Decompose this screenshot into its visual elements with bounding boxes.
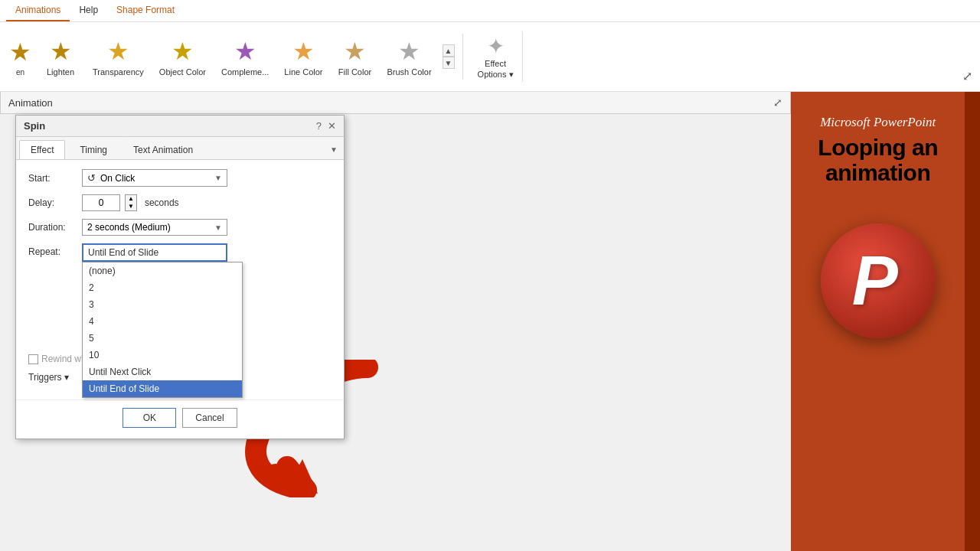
duration-select[interactable]: 2 seconds (Medium) ▼ [82, 219, 227, 236]
animation-pane-header: Animation ⤢ [0, 92, 791, 114]
duration-label: Duration: [28, 222, 82, 233]
rewind-checkbox[interactable] [28, 354, 38, 364]
right-panel: Microsoft PowerPoint Looping an animatio… [791, 92, 965, 551]
line-color-label: Line Color [284, 67, 322, 77]
dropdown-item-5[interactable]: 5 [83, 330, 242, 347]
tab-dropdown-arrow: ▼ [330, 145, 338, 154]
ppt-logo-letter: P [852, 242, 898, 321]
scroll-up-button[interactable]: ▲ [443, 44, 455, 57]
triggers-button[interactable]: Triggers ▾ [28, 372, 69, 383]
tab-extra-dropdown: ▼ [324, 140, 344, 159]
ribbon-content: ★ en ★ Lighten ★ Transparency ★ Object C… [0, 22, 980, 91]
repeat-value: Until End of Slide [88, 247, 158, 258]
dialog-close-button[interactable]: ✕ [328, 120, 336, 132]
start-row: Start: ↺ On Click ▼ [28, 169, 332, 187]
dropdown-item-4[interactable]: 4 [83, 313, 242, 330]
ribbon-tab-bar: Animations Help Shape Format [0, 0, 980, 22]
title-line2: animation [818, 160, 938, 185]
ribbon-item-transparency[interactable]: ★ Transparency [87, 34, 150, 80]
brand-area: Microsoft PowerPoint Looping an animatio… [818, 107, 938, 201]
spin-dialog-title: Spin [24, 120, 45, 132]
repeat-input[interactable]: Until End of Slide [82, 243, 227, 262]
dropdown-item-until-next-click[interactable]: Until Next Click [83, 364, 242, 380]
scroll-down-button[interactable]: ▼ [443, 57, 455, 69]
dialog-help-button[interactable]: ? [316, 120, 322, 132]
expand-ribbon-button[interactable]: ⤢ [961, 67, 974, 85]
ribbon-scroll: ▲ ▼ [443, 44, 455, 69]
main-area: Animation ⤢ Spin ? ✕ Effect Timing Text … [0, 92, 980, 551]
title-line1: Looping an [818, 135, 938, 160]
brand-ms-text: Microsoft PowerPoint [818, 115, 938, 130]
dialog-tabs: Effect Timing Text Animation ▼ [16, 137, 344, 160]
spin-dialog-titlebar: Spin ? ✕ [16, 116, 344, 137]
ribbon-item-object-color[interactable]: ★ Object Color [153, 34, 212, 80]
ribbon: Animations Help Shape Format ★ en ★ Ligh… [0, 0, 980, 92]
tab-animations[interactable]: Animations [6, 0, 70, 21]
fill-color-star-icon: ★ [344, 37, 366, 66]
ribbon-item-brush-color[interactable]: ★ Brush Color [381, 34, 437, 80]
delay-spinner-up[interactable]: ▲ [126, 195, 136, 203]
start-icon: ↺ [87, 172, 96, 184]
tab-text-animation[interactable]: Text Animation [122, 140, 204, 159]
dialog-body: Start: ↺ On Click ▼ Delay: ▲ ▼ [16, 160, 344, 399]
repeat-area: Until End of Slide (none) 2 3 4 5 10 Unt… [82, 243, 227, 262]
complement-label: Compleme... [221, 67, 269, 77]
transparency-star-icon: ★ [107, 37, 129, 66]
repeat-label: Repeat: [28, 243, 82, 257]
delay-spinner: ▲ ▼ [125, 194, 137, 211]
fill-color-label: Fill Color [338, 67, 371, 77]
ribbon-item-line-color[interactable]: ★ Line Color [278, 34, 328, 80]
dialog-footer: OK Cancel [16, 399, 344, 439]
dropdown-item-2[interactable]: 2 [83, 279, 242, 296]
tab-help[interactable]: Help [70, 0, 107, 21]
start-dropdown[interactable]: ↺ On Click ▼ [82, 169, 227, 187]
brush-color-star-icon: ★ [398, 37, 420, 66]
dropdown-item-until-end-of-slide[interactable]: Until End of Slide [83, 380, 242, 397]
ribbon-divider [462, 34, 463, 80]
ppt-logo: P [821, 223, 936, 338]
effect-options-label: EffectOptions ▾ [478, 59, 514, 79]
ribbon-item-complement[interactable]: ★ Compleme... [215, 34, 275, 80]
effect-options-button[interactable]: ✦ EffectOptions ▾ [469, 31, 523, 82]
dropdown-item-3[interactable]: 3 [83, 296, 242, 313]
delay-input[interactable] [82, 194, 120, 211]
duration-row: Duration: 2 seconds (Medium) ▼ [28, 219, 332, 236]
animation-pane-title: Animation [8, 97, 53, 109]
complement-star-icon: ★ [234, 37, 256, 66]
spin-dialog-controls: ? ✕ [316, 120, 336, 132]
partial-label: en [16, 68, 24, 77]
delay-label: Delay: [28, 197, 82, 208]
duration-dropdown-arrow-icon: ▼ [214, 223, 222, 232]
object-color-label: Object Color [159, 67, 206, 77]
delay-spinner-down[interactable]: ▼ [126, 203, 136, 210]
start-label: Start: [28, 173, 82, 184]
ribbon-item-fill-color[interactable]: ★ Fill Color [332, 34, 377, 80]
tab-timing[interactable]: Timing [68, 140, 119, 159]
tab-shape-format[interactable]: Shape Format [107, 0, 184, 21]
ok-button[interactable]: OK [122, 408, 176, 428]
lighten-star-icon: ★ [50, 37, 72, 66]
effect-options-icon: ✦ [487, 34, 505, 59]
partial-star-icon: ★ [9, 37, 31, 67]
cancel-button[interactable]: Cancel [182, 408, 237, 428]
lighten-label: Lighten [47, 67, 74, 77]
ppt-logo-container: P [821, 223, 936, 338]
transparency-label: Transparency [93, 67, 144, 77]
dropdown-item-none[interactable]: (none) [83, 262, 242, 279]
animation-pane-expand-button[interactable]: ⤢ [773, 96, 782, 109]
start-value: On Click [100, 173, 214, 184]
delay-input-group: ▲ ▼ seconds [82, 194, 179, 211]
repeat-dropdown-list: (none) 2 3 4 5 10 Until Next Click Until… [82, 262, 243, 398]
dropdown-item-10[interactable]: 10 [83, 347, 242, 364]
seconds-label: seconds [145, 197, 179, 208]
duration-value: 2 seconds (Medium) [87, 222, 214, 233]
brush-color-label: Brush Color [387, 67, 431, 77]
spin-dialog: Spin ? ✕ Effect Timing Text Animation ▼ [15, 115, 345, 439]
object-color-star-icon: ★ [172, 37, 194, 66]
ribbon-item-lighten[interactable]: ★ Lighten [38, 34, 83, 80]
line-color-star-icon: ★ [292, 37, 315, 66]
start-dropdown-arrow-icon: ▼ [214, 174, 222, 182]
ribbon-item-partial: ★ en [6, 34, 34, 80]
delay-row: Delay: ▲ ▼ seconds [28, 194, 332, 211]
tab-effect[interactable]: Effect [19, 140, 65, 159]
